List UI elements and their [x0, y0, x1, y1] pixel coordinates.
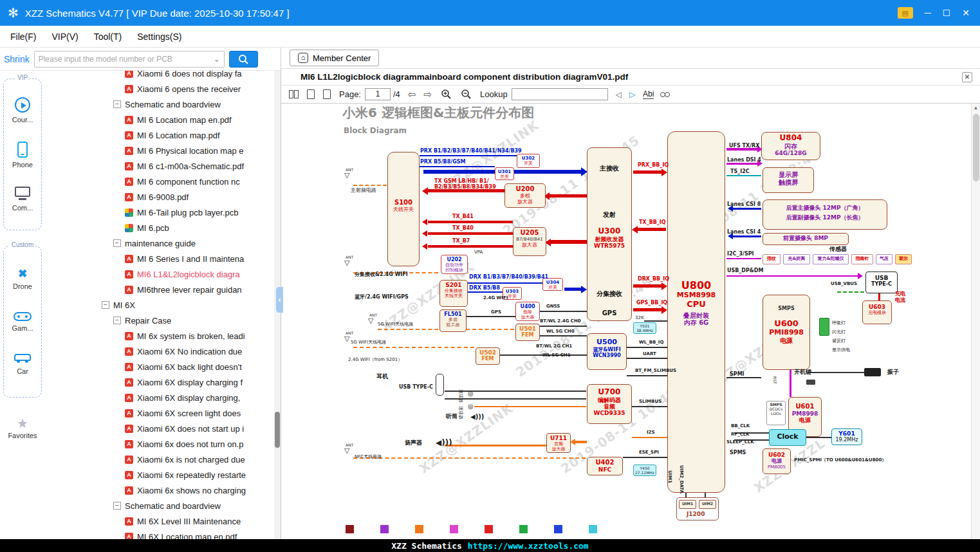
menu-tool[interactable]: Tool(T) [94, 32, 122, 42]
close-button[interactable]: ✕ [962, 8, 970, 17]
pdf-file-icon: A [125, 363, 133, 371]
tree-file[interactable]: AMI 6X Location map en.pdf [45, 529, 274, 539]
tree-scrollbar-thumb[interactable] [275, 412, 280, 448]
rail-item-car[interactable]: Car [14, 354, 31, 375]
pdf-file-icon: A [125, 147, 133, 155]
tree-file[interactable]: MI 6.pcb [45, 220, 274, 235]
block-text: GPS [587, 309, 631, 317]
collapse-icon: − [113, 100, 121, 108]
rail-item-computer[interactable]: Com... [12, 187, 33, 212]
menu-file[interactable]: File(F) [10, 32, 36, 42]
pdf-scrollbar-thumb[interactable] [973, 114, 979, 181]
signal-wire [644, 320, 667, 322]
block-text: 触摸屏 [763, 179, 813, 187]
rail-item-phone[interactable]: Phone [12, 142, 33, 169]
rail-item-label: Phone [12, 161, 33, 169]
block-text: FEM [476, 356, 499, 362]
vip-card-icon[interactable]: ▤ [898, 7, 913, 19]
tree-node[interactable]: −Schematic and boardview [45, 498, 274, 513]
page-label: Page: [339, 89, 361, 99]
maximize-button[interactable]: ☐ [943, 8, 951, 17]
pdf-viewport[interactable]: XZZ@XZZLINK2019-08-11 10:42:452019-08-11… [281, 104, 980, 539]
tree-file[interactable]: AXiaomi 6X No indication due [45, 344, 274, 359]
find-icon[interactable] [660, 92, 670, 97]
tree-file[interactable]: AXiaomi 6X screen light does [45, 405, 274, 421]
tree-node[interactable]: −Schematic and boardview [45, 97, 274, 112]
shrink-button[interactable]: Shrink [4, 54, 30, 64]
block-text: FEM [516, 332, 539, 338]
search-next-icon[interactable]: ▷ [629, 91, 635, 98]
diagram-label: Block Diagram [344, 127, 407, 135]
pdf-file-icon: A [125, 255, 133, 263]
tree-file[interactable]: AXiaomi 6x is not charged due [45, 452, 274, 467]
page-view-icon[interactable] [307, 89, 315, 99]
tree-file[interactable]: AMI 6 Location map en.pdf [45, 112, 274, 127]
signal-wire [467, 316, 515, 317]
tree-file[interactable]: AXiaomi 6 does not display fa [45, 71, 274, 81]
page-number-input[interactable]: 1 [365, 88, 391, 100]
dropdown-caret-icon[interactable]: ⌄ [214, 55, 220, 64]
tree-file[interactable]: AXiaomi 6X does not start up i [45, 421, 274, 436]
rail-item-game[interactable]: Gam... [12, 312, 33, 332]
menu-vip[interactable]: VIP(V) [51, 32, 78, 42]
signal-wire [428, 221, 513, 223]
zoom-out-icon[interactable] [461, 89, 472, 100]
workspace: Shrink Please input the model number or … [0, 48, 980, 539]
tree-file[interactable]: AMI 6 component function nc [45, 174, 274, 189]
tree-file[interactable]: AXiaomi 6X back light doesn't [45, 359, 274, 374]
tree-file[interactable]: AXiaomi 6x shows no charging [45, 483, 274, 498]
collapse-panel-button[interactable]: ‹ [276, 287, 283, 313]
match-case-icon[interactable]: Abi [643, 89, 654, 99]
page-copy-icon[interactable] [323, 89, 331, 99]
tree-file[interactable]: AMI 6 Location map.pdf [45, 127, 274, 143]
block-headphone-jack [436, 374, 444, 396]
footer-link[interactable]: https://www.xzztools.com [468, 541, 589, 551]
block-text: 38.4MHz [634, 329, 656, 333]
block-text: 光&距离 [784, 256, 809, 261]
block-S201: S201分集接收天线开关 [439, 280, 468, 307]
block-text: 内存 6G [668, 319, 725, 327]
tree-file[interactable]: AMI 6 Series I and II maintena [45, 251, 274, 266]
tree-node[interactable]: −MI 6X [45, 297, 274, 313]
close-pdf-icon[interactable]: ✕ [962, 72, 972, 82]
zoom-in-icon[interactable] [441, 89, 452, 100]
tree-file[interactable]: AMI 6X Level III Maintenance [45, 513, 274, 529]
tree-file[interactable]: MI 6-Tail plug pcb layer.pcb [45, 205, 274, 220]
tree-file[interactable]: AXiaomi 6x does not turn on.p [45, 436, 274, 452]
tree-file[interactable]: AMI 6-9008.pdf [45, 189, 274, 205]
diagram-label: 2.4G WIFI [483, 296, 508, 300]
tree-item-label: Schematic and boardview [125, 501, 221, 511]
diagram-label: Lanes DSI 4 [727, 158, 761, 163]
tree-file[interactable]: AXiaomi 6X display charging f [45, 374, 274, 390]
favorites-button[interactable]: ★ Favorites [0, 417, 45, 439]
block-text: U202 [441, 257, 467, 262]
signal-wire [726, 175, 761, 176]
diagram-label: J1200 [687, 511, 705, 517]
tree-file[interactable]: AMI 6 Physical location map e [45, 143, 274, 158]
tab-member-center[interactable]: ⌂ Member Center [290, 50, 379, 66]
lookup-input[interactable] [512, 88, 608, 100]
tree-file[interactable]: AXiaomi 6x repeatedly restarte [45, 467, 274, 483]
minimize-button[interactable]: ─ [925, 8, 931, 17]
tree-file[interactable]: AMI6 L1&L2logicblock diagra [45, 266, 274, 282]
block-text: U800 [668, 280, 725, 291]
scroll-up-icon[interactable]: ▲ [972, 105, 980, 111]
next-page-icon[interactable]: ⇨ [423, 89, 432, 99]
tree-node[interactable]: −Repair Case [45, 313, 274, 328]
search-prev-icon[interactable]: ◁ [616, 91, 622, 98]
model-search-input[interactable]: Please input the model number or PCB ⌄ [34, 51, 225, 68]
facing-pages-icon[interactable] [289, 90, 299, 98]
diagram-label: SPMS [730, 450, 746, 455]
rail-item-course[interactable]: Cour... [12, 97, 33, 124]
search-button[interactable] [229, 51, 258, 68]
tree-file[interactable]: AMI6three lever repair guidan [45, 282, 274, 297]
tree-file[interactable]: AXiaomi 6X display charging, [45, 390, 274, 405]
tree-node[interactable]: −maintenance guide [45, 235, 274, 251]
tree-file[interactable]: AMI 6 c1-m00a-Schematic.pdf [45, 158, 274, 174]
pdf-scrollbar[interactable]: ▲ [971, 104, 980, 539]
menu-settings[interactable]: Settings(S) [137, 32, 181, 42]
rail-item-drone[interactable]: ✖ Drone [13, 268, 32, 290]
prev-page-icon[interactable]: ⇦ [408, 89, 416, 99]
tree-file[interactable]: AMI 6x system is broken, leadi [45, 328, 274, 344]
tree-file[interactable]: AXiaomi 6 opens the receiver [45, 81, 274, 97]
